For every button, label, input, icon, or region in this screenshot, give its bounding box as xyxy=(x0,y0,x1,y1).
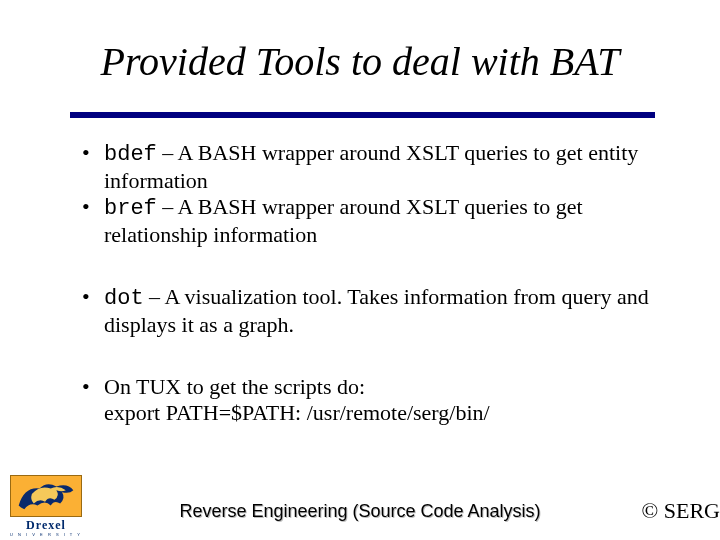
bullet-text: On TUX to get the scripts do: xyxy=(104,374,365,399)
bullet-code: bref xyxy=(104,196,157,221)
bullet-item: bdef – A BASH wrapper around XSLT querie… xyxy=(82,140,662,194)
bullet-item: On TUX to get the scripts do: export PAT… xyxy=(82,374,662,426)
bullet-code: dot xyxy=(104,286,144,311)
bullet-text: – A BASH wrapper around XSLT queries to … xyxy=(104,140,638,193)
slide-title: Provided Tools to deal with BAT xyxy=(0,38,720,85)
bullet-item: dot – A visualization tool. Takes inform… xyxy=(82,284,662,338)
bullet-text: – A visualization tool. Takes informatio… xyxy=(104,284,649,337)
bullet-group-3: On TUX to get the scripts do: export PAT… xyxy=(82,374,662,426)
bullet-group-2: dot – A visualization tool. Takes inform… xyxy=(82,284,662,338)
footer-right-text: © SERG xyxy=(642,498,720,524)
bullet-group-1: bdef – A BASH wrapper around XSLT querie… xyxy=(82,140,662,248)
slide: Provided Tools to deal with BAT bdef – A… xyxy=(0,0,720,540)
slide-body: bdef – A BASH wrapper around XSLT querie… xyxy=(82,140,662,426)
drexel-logo-sub: U N I V E R S I T Y xyxy=(10,532,82,537)
title-underline xyxy=(70,112,655,118)
bullet-code: bdef xyxy=(104,142,157,167)
bullet-item: bref – A BASH wrapper around XSLT querie… xyxy=(82,194,662,248)
bullet-text: – A BASH wrapper around XSLT queries to … xyxy=(104,194,583,247)
footer-center-text: Reverse Engineering (Source Code Analysi… xyxy=(0,501,720,522)
bullet-text-line2: export PATH=$PATH: /usr/remote/serg/bin/ xyxy=(104,400,490,425)
